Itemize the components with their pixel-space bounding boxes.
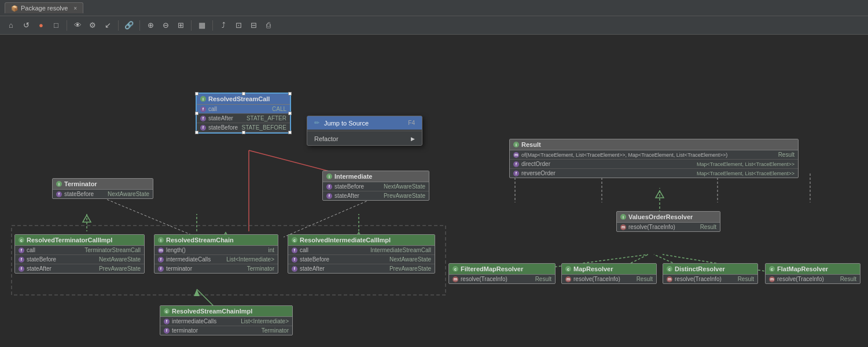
tab-icon: 📦: [11, 5, 18, 12]
field-icon: f: [292, 248, 297, 253]
field-icon: f: [200, 106, 206, 112]
field-type: Result: [840, 276, 856, 282]
field-type: PrevAwareState: [99, 265, 141, 272]
resize-handle-tl[interactable]: [195, 92, 198, 95]
layout-btn[interactable]: ⊞: [174, 19, 187, 32]
resize-handle-r[interactable]: [288, 112, 292, 115]
field-name: of(Map<TraceElement, List<TraceElement>>…: [521, 152, 727, 158]
resolved-terminator-call-impl-box[interactable]: c ResolvedTerminatorCallImpl f call Term…: [14, 234, 145, 274]
field-icon: m: [667, 276, 672, 282]
refactor-item[interactable]: Refactor ▶: [307, 132, 422, 145]
class-icon: c: [19, 237, 24, 243]
filter-btn[interactable]: ⚙: [86, 19, 99, 32]
result-field-reverse: f reverseOrder Map<TraceElement, List<Tr…: [510, 169, 798, 178]
mr-header: c MapResolver: [562, 264, 656, 275]
field-name: length(): [166, 247, 186, 253]
field-name: resolve(TraceInfo): [461, 276, 507, 282]
svg-line-11: [197, 289, 214, 307]
print-btn[interactable]: ⎙: [262, 19, 275, 32]
toolbar-sep-3: [139, 20, 140, 31]
resolved-stream-chain-box[interactable]: i ResolvedStreamChain m length() int f i…: [154, 234, 278, 274]
field-type-sb: STATE_BEFORE: [242, 124, 286, 131]
terminator-box[interactable]: i Terminator f stateBefore NextAwareStat…: [52, 178, 153, 199]
minus-btn[interactable]: ⊖: [159, 19, 172, 32]
class-icon: c: [667, 266, 672, 272]
add-btn[interactable]: ⊕: [144, 19, 157, 32]
resize-handle-tr[interactable]: [288, 92, 292, 95]
field-type: Result: [637, 276, 653, 282]
link-btn[interactable]: 🔗: [123, 19, 135, 32]
share-btn[interactable]: ⤴: [217, 19, 230, 32]
field-icon: f: [200, 125, 206, 131]
eye-btn[interactable]: 👁: [71, 19, 84, 32]
result-field-direct: f directOrder Map<TraceElement, List<Tra…: [510, 160, 798, 169]
resize-handle-b[interactable]: [242, 131, 245, 134]
field-state-after: f stateAfter STATE_AFTER: [197, 114, 290, 123]
vor-header: i ValuesOrderResolver: [617, 212, 720, 223]
resize-handle-t[interactable]: [242, 92, 245, 95]
distinct-resolver-box[interactable]: c DistinctResolver m resolve(TraceInfo) …: [663, 263, 758, 284]
field-type: NextAwareState: [389, 256, 431, 263]
refresh-btn[interactable]: ↺: [20, 19, 32, 32]
class-name: Terminator: [64, 180, 97, 187]
field-icon: f: [158, 257, 164, 263]
field-type: Result: [535, 276, 551, 282]
resize-handle-l[interactable]: [195, 112, 198, 115]
field-type-sa: STATE_AFTER: [247, 115, 286, 121]
field-type: List<Intermediate>: [226, 256, 274, 263]
svg-marker-22: [656, 191, 664, 198]
result-box[interactable]: i Result m of(Map<TraceElement, List<Tra…: [509, 139, 799, 178]
field-resolve: m resolve(TraceInfo) Result: [663, 275, 757, 283]
title-bar: 📦 Package resolve ×: [0, 0, 868, 16]
field-resolve: m resolve(TraceInfo) Result: [617, 223, 720, 231]
resize-handle-br[interactable]: [288, 131, 292, 134]
jump-icon: ✏: [314, 119, 319, 127]
tab-close-btn[interactable]: ×: [73, 5, 77, 12]
map-resolver-box[interactable]: c MapResolver m resolve(TraceInfo) Resul…: [561, 263, 657, 284]
class-name: ResolvedStreamChainImpl: [172, 308, 252, 315]
intermediate-header: i Intermediate: [323, 171, 429, 182]
resolved-stream-call-box[interactable]: i ResolvedStreamCall f call CALL f state…: [196, 93, 291, 134]
field-state-before: f stateBefore NextAwareState: [323, 182, 429, 191]
svg-marker-21: [83, 215, 91, 222]
field-name: stateAfter: [27, 265, 52, 272]
export2-btn[interactable]: ⊟: [247, 19, 260, 32]
package-resolve-tab[interactable]: 📦 Package resolve ×: [5, 2, 83, 13]
class-icon: c: [164, 308, 170, 314]
field-icon: f: [292, 266, 297, 272]
filtered-map-resolver-box[interactable]: c FilteredMapResolver m resolve(TraceInf…: [448, 263, 556, 284]
field-type: Result: [778, 152, 795, 158]
field-type: PrevAwareState: [389, 265, 431, 272]
arrow-btn[interactable]: ↙: [101, 19, 114, 32]
export1-btn[interactable]: ⊡: [232, 19, 245, 32]
field-icon: m: [453, 276, 458, 282]
class-icon: i: [326, 174, 332, 179]
field-icon: f: [326, 184, 332, 190]
intermediate-box[interactable]: i Intermediate f stateBefore NextAwareSt…: [322, 171, 429, 201]
field-name: stateBefore: [64, 191, 94, 197]
field-type: Terminator: [247, 265, 274, 272]
field-icon: f: [292, 257, 297, 263]
field-call: f call TerminatorStreamCall: [15, 246, 144, 255]
flat-map-resolver-box[interactable]: c FlatMapResolver m resolve(TraceInfo) R…: [765, 263, 860, 284]
circle-btn[interactable]: ●: [35, 19, 47, 32]
square-btn[interactable]: □: [50, 19, 62, 32]
jump-to-source-item[interactable]: ✏ Jump to Source F4: [307, 116, 422, 130]
toolbar-sep-1: [67, 20, 67, 31]
grid-btn[interactable]: ▦: [196, 19, 208, 32]
rtci-header: c ResolvedTerminatorCallImpl: [15, 235, 144, 246]
values-order-resolver-box[interactable]: i ValuesOrderResolver m resolve(TraceInf…: [616, 211, 720, 232]
class-name: Intermediate: [334, 173, 372, 180]
field-name-sb: stateBefore: [334, 183, 364, 190]
home-btn[interactable]: ⌂: [5, 19, 17, 32]
resolved-intermediate-call-impl-box[interactable]: c ResolvedIntermediateCallImpl f call In…: [288, 234, 435, 274]
result-header: i Result: [510, 139, 798, 150]
class-icon: i: [513, 142, 519, 147]
field-icon: m: [513, 152, 519, 158]
field-resolve: m resolve(TraceInfo) Result: [562, 275, 656, 283]
toolbar-sep-2: [118, 20, 119, 31]
field-icon: f: [19, 248, 24, 253]
class-icon: c: [769, 266, 775, 272]
resize-handle-bl[interactable]: [195, 131, 198, 134]
resolved-stream-chain-impl-box[interactable]: c ResolvedStreamChainImpl f intermediate…: [160, 305, 293, 335]
